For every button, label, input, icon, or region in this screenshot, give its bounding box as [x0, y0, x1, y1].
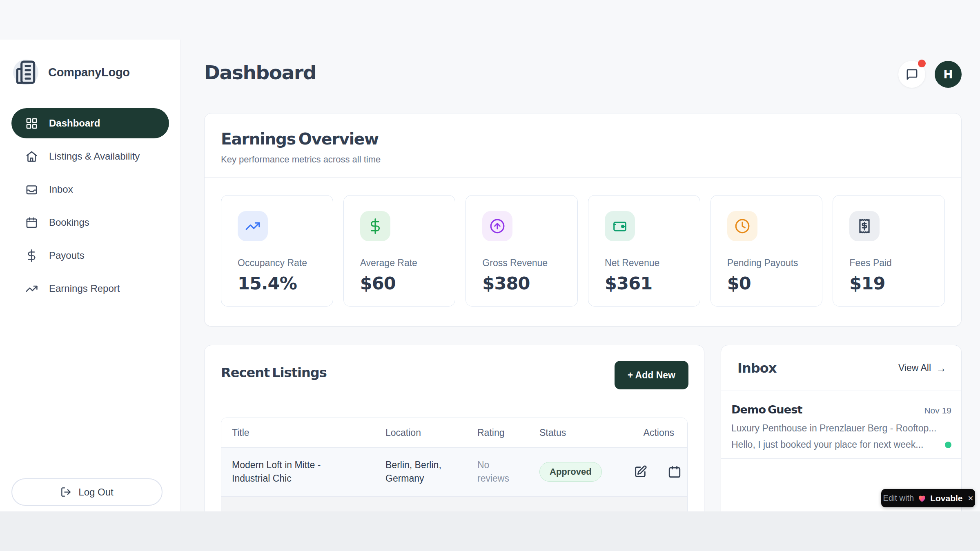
logo: CompanyLogo: [0, 40, 180, 85]
earnings-overview-card: Earnings Overview Key performance metric…: [204, 113, 962, 327]
column-header-location: Location: [385, 427, 477, 438]
earnings-overview-title: Earnings Overview: [221, 130, 945, 148]
receipt-icon: [849, 211, 880, 241]
recent-listings-header: Recent Listings + Add New: [205, 345, 704, 399]
listing-rating-cell: No reviews: [477, 458, 518, 486]
company-logo-text: CompanyLogo: [48, 66, 130, 79]
sidebar-item-label: Dashboard: [49, 118, 100, 129]
arrow-right-icon: →: [936, 363, 947, 373]
listing-status-cell: Approved: [539, 462, 633, 482]
recent-listings-title: Recent Listings: [221, 365, 327, 380]
company-logo-icon: [13, 60, 38, 85]
column-header-title: Title: [232, 427, 385, 438]
logout-icon: [60, 487, 71, 498]
status-badge: Approved: [539, 462, 602, 482]
listing-location-cell: Berlin, Berlin, Germany: [385, 458, 451, 486]
metric-value: $19: [849, 273, 928, 293]
calendar-icon: [25, 216, 38, 229]
page-title: Dashboard: [204, 61, 316, 84]
metric-card-gross-revenue: Gross Revenue $380: [466, 195, 578, 307]
logout-button[interactable]: Log Out: [11, 478, 163, 506]
metric-value: $0: [727, 273, 806, 293]
metric-card-occupancy-rate: Occupancy Rate 15.4%: [221, 195, 333, 307]
message-date: Nov 19: [924, 406, 951, 415]
inbox-header: Inbox View All →: [721, 345, 961, 391]
recent-listings-card: Recent Listings + Add New Title Location…: [204, 345, 704, 511]
metric-card-average-rate: Average Rate $60: [343, 195, 456, 307]
dollar-icon: [25, 249, 38, 262]
user-avatar[interactable]: H: [935, 61, 962, 88]
listing-actions-cell: [633, 465, 688, 479]
chat-button[interactable]: [898, 61, 925, 88]
logout-label: Log Out: [78, 487, 113, 498]
edit-icon[interactable]: [633, 465, 647, 479]
sidebar-item-label: Payouts: [49, 250, 85, 261]
inbox-card: Inbox View All → Demo Guest Nov 19 Luxur…: [721, 345, 962, 511]
sidebar-item-label: Inbox: [49, 184, 73, 195]
message-sender: Demo Guest: [731, 403, 802, 416]
metric-value: $380: [482, 273, 561, 293]
metric-label: Net Revenue: [605, 258, 684, 269]
sidebar-item-label: Listings & Availability: [49, 151, 140, 162]
inbox-title: Inbox: [737, 360, 776, 376]
metrics-row: Occupancy Rate 15.4% Average Rate $60 Gr…: [205, 178, 961, 307]
view-all-label: View All: [898, 362, 931, 373]
column-header-status: Status: [539, 427, 633, 438]
close-icon[interactable]: ×: [968, 494, 973, 503]
wallet-icon: [605, 211, 635, 241]
inbox-icon: [25, 183, 38, 196]
add-new-button[interactable]: + Add New: [615, 361, 688, 389]
table-row-partial[interactable]: [221, 497, 687, 511]
message-preview: Hello, I just booked your place for next…: [731, 439, 923, 450]
sidebar-item-bookings[interactable]: Bookings: [11, 207, 169, 238]
metric-label: Occupancy Rate: [238, 258, 316, 269]
message-subject: Luxury Penthouse in Prenzlauer Berg - Ro…: [731, 423, 951, 434]
metric-value: 15.4%: [238, 273, 316, 293]
column-header-rating: Rating: [477, 427, 539, 438]
table-row[interactable]: Modern Loft in Mitte - Industrial Chic B…: [221, 448, 687, 497]
metric-label: Gross Revenue: [482, 258, 561, 269]
dollar-icon: [360, 211, 390, 241]
clock-icon: [727, 211, 757, 241]
sidebar-item-label: Bookings: [49, 217, 89, 228]
sidebar-item-label: Earnings Report: [49, 283, 120, 294]
lovable-badge[interactable]: Edit with Lovable ×: [881, 489, 975, 507]
notification-dot: [918, 60, 926, 67]
sidebar-item-listings[interactable]: Listings & Availability: [11, 141, 169, 171]
listing-title-cell: Modern Loft in Mitte - Industrial Chic: [232, 458, 337, 486]
metric-card-fees-paid: Fees Paid $19: [833, 195, 945, 307]
home-icon: [25, 150, 38, 163]
column-header-actions: Actions: [633, 427, 678, 438]
metric-value: $361: [605, 273, 684, 293]
unread-dot: [945, 442, 951, 448]
sidebar: CompanyLogo Dashboard Listings &: [0, 40, 181, 511]
metric-value: $60: [360, 273, 439, 293]
metric-card-pending-payouts: Pending Payouts $0: [710, 195, 823, 307]
metric-label: Average Rate: [360, 258, 439, 269]
lovable-brand: Lovable: [930, 493, 962, 503]
arrow-up-circle-icon: [482, 211, 512, 241]
lovable-prefix: Edit with: [883, 493, 914, 503]
sidebar-item-inbox[interactable]: Inbox: [11, 174, 169, 204]
calendar-icon[interactable]: [668, 465, 682, 479]
earnings-overview-subtitle: Key performance metrics across all time: [221, 154, 945, 165]
sidebar-item-payouts[interactable]: Payouts: [11, 240, 169, 271]
metric-label: Pending Payouts: [727, 258, 806, 269]
earnings-overview-header: Earnings Overview Key performance metric…: [205, 113, 961, 178]
trending-up-icon: [25, 282, 38, 295]
metric-label: Fees Paid: [849, 258, 928, 269]
sidebar-item-earnings-report[interactable]: Earnings Report: [11, 273, 169, 304]
grid-icon: [25, 117, 38, 130]
listings-table: Title Location Rating Status Actions Mod…: [221, 418, 688, 511]
view-all-link[interactable]: View All →: [898, 362, 947, 373]
inbox-message-item[interactable]: Demo Guest Nov 19 Luxury Penthouse in Pr…: [721, 391, 961, 459]
heart-icon: [918, 494, 927, 503]
table-header-row: Title Location Rating Status Actions: [221, 418, 687, 448]
sidebar-item-dashboard[interactable]: Dashboard: [11, 108, 169, 138]
trending-up-icon: [238, 211, 268, 241]
app-viewport: CompanyLogo Dashboard Listings &: [0, 0, 980, 511]
metric-card-net-revenue: Net Revenue $361: [588, 195, 700, 307]
sidebar-nav: Dashboard Listings & Availability Inb: [0, 108, 180, 304]
chat-bubble-icon: [906, 68, 918, 81]
